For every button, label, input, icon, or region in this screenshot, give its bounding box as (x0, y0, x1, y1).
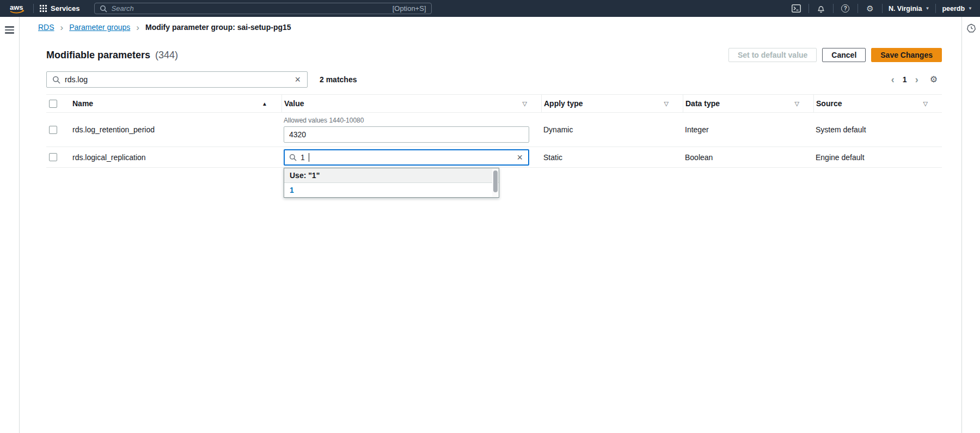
terminal-icon (792, 4, 801, 13)
chevron-down-icon: ▼ (925, 6, 929, 11)
column-header-source[interactable]: Source ▽ (813, 95, 942, 112)
page-header: Modifiable parameters (344) Set to defau… (46, 45, 942, 65)
page-title: Modifiable parameters (344) (46, 50, 178, 61)
apply-type-value: Static (541, 153, 683, 162)
column-label: Data type (685, 99, 720, 108)
source-value: Engine default (813, 153, 942, 162)
parameter-name: rds.log_retention_period (70, 125, 281, 134)
breadcrumb-separator-icon: › (136, 23, 139, 32)
filter-dropdown-icon[interactable]: ▽ (795, 100, 799, 107)
parameters-table: Name ▲ Value ▽ Apply type ▽ Data type ▽ … (46, 94, 942, 168)
parameter-value-cell: 1 × Use: "1" 1 (281, 149, 541, 166)
hamburger-menu-icon[interactable] (5, 25, 14, 35)
parameter-name: rds.logical_replication (70, 153, 281, 162)
filter-dropdown-icon[interactable]: ▽ (523, 100, 527, 107)
clear-value-icon[interactable]: × (516, 153, 524, 162)
page-number[interactable]: 1 (903, 75, 907, 84)
value-suggestions-dropdown: Use: "1" 1 (284, 168, 499, 198)
search-icon (289, 154, 297, 161)
cancel-button[interactable]: Cancel (822, 48, 866, 62)
aws-top-nav: aws Services [Option+S] (0, 0, 980, 17)
column-header-apply-type[interactable]: Apply type ▽ (541, 95, 683, 112)
table-row: rds.log_retention_period Allowed values … (46, 113, 942, 147)
previous-page-icon[interactable]: ‹ (891, 75, 895, 84)
nav-divider (808, 4, 809, 13)
pagination: ‹ 1 › ⚙ (891, 75, 938, 84)
nav-divider (935, 4, 936, 13)
column-label: Value (284, 99, 304, 108)
column-label: Name (72, 99, 93, 108)
search-shortcut-hint: [Option+S] (393, 4, 426, 13)
gear-icon: ⚙ (866, 4, 873, 13)
row-checkbox[interactable] (49, 126, 57, 134)
services-grid-icon (40, 5, 47, 12)
column-header-name[interactable]: Name ▲ (70, 95, 281, 112)
filter-row: × 2 matches ‹ 1 › ⚙ (46, 71, 942, 88)
table-row: rds.logical_replication 1 × Use: (46, 147, 942, 168)
table-preferences-gear-icon[interactable]: ⚙ (930, 75, 938, 84)
filter-dropdown-icon[interactable]: ▽ (664, 100, 669, 107)
breadcrumb-link-parameter-groups[interactable]: Parameter groups (69, 23, 130, 32)
aws-logo[interactable]: aws (8, 2, 27, 15)
clock-heptagon-icon (966, 23, 976, 33)
allowed-values-caption: Allowed values 1440-10080 (284, 117, 527, 124)
data-type-value: Boolean (683, 153, 813, 162)
aws-logo-icon: aws (8, 2, 27, 15)
select-all-checkbox[interactable] (49, 100, 57, 108)
filter-dropdown-icon[interactable]: ▽ (923, 100, 928, 107)
clear-filter-icon[interactable]: × (293, 75, 302, 84)
nav-search-box[interactable]: [Option+S] (94, 3, 432, 14)
settings-gear-icon[interactable]: ⚙ (864, 3, 876, 15)
save-changes-button[interactable]: Save Changes (871, 48, 942, 62)
set-to-default-button[interactable]: Set to default value (728, 48, 817, 62)
parameter-count: (344) (155, 50, 178, 60)
column-header-data-type[interactable]: Data type ▽ (683, 95, 813, 112)
rds-console-page: aws Services [Option+S] (0, 0, 980, 433)
bell-icon (817, 4, 825, 13)
scrollbar-thumb[interactable] (493, 170, 498, 192)
question-mark-icon: ? (841, 4, 849, 13)
suggestion-option[interactable]: 1 (284, 183, 499, 197)
nav-divider (833, 4, 834, 13)
use-entered-value-option[interactable]: Use: "1" (284, 168, 499, 183)
search-icon (52, 76, 60, 84)
account-label: peerdb (942, 5, 965, 13)
next-page-icon[interactable]: › (915, 75, 918, 84)
nav-search-input[interactable] (112, 4, 388, 13)
parameter-value-input[interactable] (284, 126, 529, 143)
chevron-down-icon: ▼ (968, 6, 972, 11)
row-checkbox[interactable] (49, 153, 57, 161)
breadcrumb-link-rds[interactable]: RDS (38, 23, 54, 32)
sort-ascending-icon[interactable]: ▲ (262, 101, 267, 107)
aws-logo-text: aws (10, 3, 23, 11)
main-content: Modifiable parameters (344) Set to defau… (20, 38, 961, 433)
column-label: Apply type (544, 99, 583, 108)
breadcrumb-separator-icon: › (60, 23, 64, 32)
nav-divider (882, 4, 883, 13)
recent-activity-panel-button[interactable] (965, 22, 977, 34)
services-label: Services (51, 4, 80, 13)
services-menu-button[interactable]: Services (40, 4, 80, 13)
source-value: System default (813, 125, 942, 134)
region-selector[interactable]: N. Virginia ▼ (889, 5, 930, 13)
search-icon (100, 5, 107, 13)
parameter-filter-input[interactable] (65, 75, 289, 84)
region-label: N. Virginia (889, 5, 922, 13)
account-menu[interactable]: peerdb ▼ (942, 5, 972, 13)
notifications-bell-icon[interactable] (815, 3, 827, 15)
help-icon[interactable]: ? (840, 3, 852, 15)
breadcrumb-current: Modify parameter group: sai-setup-pg15 (145, 23, 291, 32)
side-nav-strip (0, 17, 20, 433)
cloudshell-icon[interactable] (791, 3, 803, 15)
parameter-filter-box[interactable]: × (46, 71, 308, 88)
parameter-value-cell: Allowed values 1440-10080 (281, 117, 541, 143)
column-header-value[interactable]: Value ▽ (281, 95, 541, 112)
apply-type-value: Dynamic (541, 125, 683, 134)
dropdown-scrollbar[interactable] (492, 169, 498, 197)
value-combobox[interactable]: 1 × Use: "1" 1 (284, 149, 529, 166)
header-actions: Set to default value Cancel Save Changes (728, 48, 942, 62)
match-count: 2 matches (320, 75, 357, 84)
combobox-value: 1 (301, 153, 305, 162)
table-header-row: Name ▲ Value ▽ Apply type ▽ Data type ▽ … (46, 95, 942, 113)
data-type-value: Integer (683, 125, 813, 134)
